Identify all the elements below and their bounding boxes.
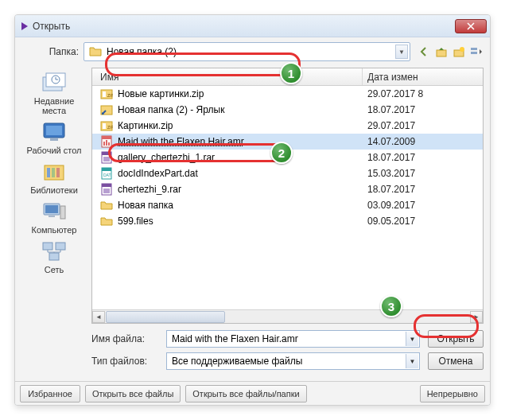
form-rows: Имя файла: Maid with the Flaxen Hair.amr… [91,330,484,375]
close-icon [467,22,475,30]
folder-combo[interactable]: Новая папка (2) ▼ [84,42,410,61]
svg-rect-30 [102,136,111,139]
file-row[interactable]: ZIPНовые картинки.zip29.07.2017 8 [92,86,483,102]
file-row[interactable]: Новая папка (2) - Ярлык18.07.2017 [92,102,483,118]
svg-rect-32 [106,140,107,146]
main-row: Недавние места Рабочий стол Библиотеки К… [21,68,484,375]
filename-input[interactable]: Maid with the Flaxen Hair.amr ▼ [166,330,420,348]
svg-rect-9 [46,126,62,135]
places-bar: Недавние места Рабочий стол Библиотеки К… [21,68,87,375]
scroll-track[interactable] [106,311,469,323]
file-date: 03.09.2017 [363,200,483,211]
file-date: 18.07.2017 [363,104,483,115]
open-all-files-button[interactable]: Открыть все файлы [85,385,181,402]
favorites-button[interactable]: Избранное [20,385,80,402]
file-date: 14.07.2009 [363,136,483,147]
folder-row: Папка: Новая папка (2) ▼ [21,42,484,61]
chevron-down-icon[interactable]: ▼ [395,45,408,59]
place-recent[interactable]: Недавние места [24,71,84,115]
folder-label: Папка: [21,46,84,57]
column-name[interactable]: Имя [92,68,363,85]
filename-label: Имя файла: [91,333,166,344]
place-label: Библиотеки [30,185,78,195]
file-icon: ZIP [100,119,113,132]
window-title: Открыть [33,21,455,32]
chevron-down-icon[interactable]: ▼ [406,332,418,346]
file-date: 29.07.2017 8 [363,88,483,99]
place-desktop[interactable]: Рабочий стол [24,120,84,155]
continuous-button[interactable]: Непрерывно [420,385,485,402]
svg-rect-41 [102,184,111,187]
place-libraries[interactable]: Библиотеки [24,160,84,195]
svg-rect-16 [45,205,58,213]
place-label: Компьютер [32,225,77,235]
app-icon [21,22,28,30]
svg-text:DAT: DAT [103,173,111,177]
up-button[interactable] [434,45,449,59]
file-name: docIdIndexPart.dat [118,168,198,179]
svg-rect-27 [103,123,106,129]
file-name: 599.files [118,216,153,227]
file-pane: Имя Дата измен ZIPНовые картинки.zip29.0… [91,68,484,375]
svg-rect-18 [49,216,55,217]
file-row[interactable]: Maid with the Flaxen Hair.amr14.07.2009 [92,134,483,150]
filetype-value: Все поддерживаемые файлы [172,356,302,367]
file-icon: DAT [100,167,113,180]
place-network[interactable]: Сеть [24,239,84,274]
place-label: Недавние места [24,96,84,115]
close-button[interactable] [455,19,487,33]
filetype-row: Тип файлов: Все поддерживаемые файлы ▼ О… [91,352,484,370]
svg-rect-17 [60,206,65,219]
file-date: 15.03.2017 [363,168,483,179]
place-label: Сеть [45,265,64,274]
folder-toolbar [417,45,484,59]
file-date: 09.05.2017 [363,216,483,227]
libraries-icon [41,160,68,184]
open-all-files-folders-button[interactable]: Открыть все файлы/папки [185,385,306,402]
file-icon: ZIP [100,88,113,100]
filetype-label: Тип файлов: [91,356,166,367]
place-computer[interactable]: Компьютер [24,200,84,235]
file-row[interactable]: ZIPКартинки.zip29.07.2017 [92,118,483,134]
svg-rect-21 [49,253,59,260]
svg-rect-14 [56,168,60,177]
folder-up-icon [436,46,447,57]
scroll-right-icon[interactable]: ► [470,311,483,323]
svg-rect-12 [47,168,50,177]
file-row[interactable]: gallery_chertezhi_1.rar18.07.2017 [92,150,483,165]
scroll-thumb[interactable] [106,311,225,323]
horizontal-scrollbar[interactable]: ◄ ► [92,309,483,323]
cancel-button[interactable]: Отмена [428,352,484,370]
file-icon [100,215,113,228]
dialog-body: Папка: Новая папка (2) ▼ Недавние места [15,37,490,381]
computer-icon [41,200,68,224]
svg-rect-19 [43,243,52,250]
view-menu-button[interactable] [469,45,484,59]
svg-text:ZIP: ZIP [107,125,113,130]
file-row[interactable]: DATdocIdIndexPart.dat15.03.2017 [92,165,483,181]
open-dialog: Открыть Папка: Новая папка (2) ▼ [14,14,491,406]
file-name: Новая папка (2) - Ярлык [118,104,224,115]
file-row[interactable]: 599.files09.05.2017 [92,213,483,229]
scroll-left-icon[interactable]: ◄ [92,311,105,323]
svg-rect-42 [103,189,110,193]
file-name: Maid with the Flaxen Hair.amr [118,136,244,147]
place-label: Рабочий стол [26,146,81,155]
svg-rect-3 [471,48,477,50]
desktop-icon [41,120,68,144]
column-date[interactable]: Дата измен [363,68,483,85]
svg-rect-36 [103,157,110,161]
filetype-select[interactable]: Все поддерживаемые файлы ▼ [166,352,420,370]
file-row[interactable]: chertezhi_9.rar18.07.2017 [92,181,483,197]
file-icon [100,103,113,116]
file-icon [100,135,113,148]
new-folder-button[interactable] [452,45,466,59]
open-button[interactable]: Открыть [428,330,484,348]
svg-rect-38 [102,168,111,171]
back-icon [418,46,429,57]
file-row[interactable]: Новая папка03.09.2017 [92,197,483,213]
back-button[interactable] [417,45,431,59]
file-name: Новые картинки.zip [118,88,204,99]
network-icon [41,239,68,263]
chevron-down-icon[interactable]: ▼ [406,354,418,368]
